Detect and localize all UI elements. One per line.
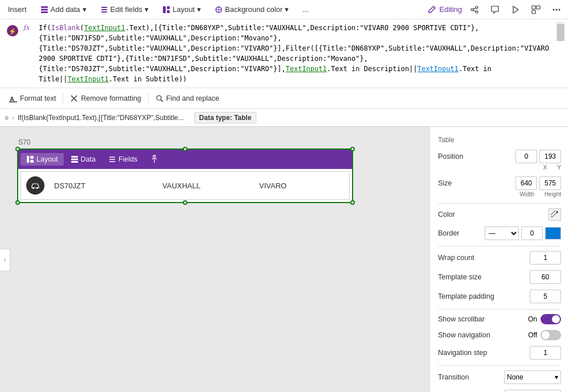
editing-label: Editing (439, 5, 462, 14)
border-value: — - - ··· (485, 226, 561, 240)
top-toolbar: Insert Add data ▾ Edit fields ▾ Layout ▾… (0, 0, 569, 19)
gallery-container[interactable]: Layout Data Fields (17, 148, 353, 203)
gallery-row-title: DS70JZT (50, 181, 158, 190)
find-replace-label: Find and replace (166, 94, 219, 102)
screens-icon-btn[interactable] (528, 3, 544, 16)
add-data-menu[interactable]: Add data ▾ (37, 3, 90, 16)
position-x-input[interactable] (515, 150, 537, 163)
scrollbar-toggle[interactable] (541, 314, 561, 324)
size-height-input[interactable] (539, 176, 561, 190)
tab-data[interactable]: Data (65, 153, 101, 166)
data-type-value: Table (234, 114, 251, 122)
size-row: Size (438, 176, 561, 190)
formula-scrollbar[interactable] (556, 22, 564, 41)
tab-fields[interactable]: Fields (103, 153, 143, 166)
more-label: ... (302, 5, 309, 14)
layout-menu[interactable]: Layout ▾ (159, 3, 204, 16)
gallery-row[interactable]: DS70JZT VAUXHALL VIVARO (21, 171, 350, 200)
bg-color-label: Background color (225, 5, 283, 14)
format-text-btn[interactable]: A Format text (5, 92, 60, 105)
formula-scrollbar-thumb (557, 24, 564, 41)
formula-text: If(IsBlank(TextInput1.Text),[{Title:"DN6… (39, 24, 549, 83)
bg-color-chevron: ▾ (285, 5, 289, 14)
tab-accessibility[interactable] (144, 152, 165, 166)
handle-bottom-left[interactable] (15, 200, 20, 205)
formula-bar: ⚡ 𝑓𝑥 If(IsBlank(TextInput1.Text),[{Title… (0, 19, 569, 88)
formula-content[interactable]: If(IsBlank(TextInput1.Text),[{Title:"DN6… (36, 22, 556, 85)
more-menu[interactable]: ... (299, 3, 312, 16)
editing-badge: Editing (427, 5, 462, 14)
wrap-count-label: Wrap count (438, 254, 474, 262)
remove-formatting-btn[interactable]: Remove formatting (66, 92, 146, 105)
show-navigation-row: Show navigation Off (438, 330, 561, 340)
gallery-row-desc: VIVARO (255, 181, 349, 190)
color-picker-btn[interactable] (548, 208, 561, 221)
handle-top-center[interactable] (183, 147, 187, 151)
svg-rect-0 (41, 6, 48, 8)
bg-color-menu[interactable]: Background color ▾ (211, 3, 292, 16)
handle-bottom-center[interactable] (183, 200, 187, 205)
svg-line-26 (161, 100, 163, 102)
y-label: Y (557, 164, 561, 171)
show-scrollbar-label: Show scrollbar (438, 315, 485, 323)
svg-point-18 (559, 9, 560, 10)
svg-rect-3 (163, 6, 166, 13)
add-data-label: Add data (51, 5, 80, 14)
wrap-count-row: Wrap count (438, 251, 561, 265)
svg-rect-32 (71, 161, 78, 163)
comment-icon-btn[interactable] (487, 3, 503, 16)
powerapps-logo: ⚡ (5, 23, 21, 39)
logo-icon: ⚡ (6, 24, 19, 37)
size-width-input[interactable] (515, 176, 537, 190)
border-color-swatch[interactable] (545, 227, 561, 240)
fields-tab-icon (108, 155, 116, 163)
tab-layout-label: Layout (36, 155, 58, 163)
display-mode-dropdown[interactable]: Edit ▾ (504, 390, 561, 392)
sep2 (148, 93, 149, 104)
edit-fields-icon (100, 6, 108, 14)
border-width-input[interactable] (521, 226, 543, 240)
gallery-content: DS70JZT VAUXHALL VIVARO (18, 169, 352, 202)
template-padding-input[interactable] (530, 290, 561, 303)
edit-fields-chevron: ▾ (145, 5, 149, 14)
svg-point-25 (157, 96, 161, 100)
play-icon-btn[interactable] (507, 3, 523, 16)
handle-bottom-right[interactable] (350, 200, 355, 205)
handle-top-left[interactable] (15, 147, 20, 151)
border-style-select[interactable]: — - - ··· (485, 226, 519, 240)
tab-layout[interactable]: Layout (21, 153, 64, 166)
transition-label: Transition (438, 373, 469, 381)
template-size-input[interactable] (530, 270, 561, 284)
show-navigation-label: Show navigation (438, 331, 490, 339)
insert-menu[interactable]: Insert (5, 3, 30, 16)
more-options-btn[interactable] (548, 3, 564, 16)
border-row: Border — - - ··· (438, 226, 561, 240)
position-y-input[interactable] (539, 150, 561, 163)
canvas-area[interactable]: › S70 Layout (0, 127, 429, 392)
svg-point-36 (153, 155, 155, 158)
handle-top-right[interactable] (350, 147, 355, 151)
svg-rect-15 (532, 10, 535, 14)
edit-fields-menu[interactable]: Edit fields ▾ (97, 3, 152, 16)
svg-marker-12 (513, 6, 518, 13)
share-icon (470, 5, 479, 14)
expand-icon[interactable]: ≡ (5, 114, 9, 122)
navigation-toggle[interactable] (541, 330, 561, 340)
share-icon-btn[interactable] (466, 3, 482, 16)
format-toolbar: A Format text Remove formatting Find and… (0, 88, 569, 109)
divider3 (438, 309, 561, 310)
transition-dropdown[interactable]: None ▾ (504, 370, 561, 384)
template-padding-row: Template padding (438, 290, 561, 303)
template-size-label: Template size (438, 273, 481, 281)
find-replace-btn[interactable]: Find and replace (151, 92, 224, 105)
wrap-count-input[interactable] (530, 251, 561, 265)
layout-label: Layout (173, 5, 195, 14)
navigation-step-label: Navigation step (438, 349, 487, 357)
bc-formula-text: If(IsBlank(TextInput1.Text),[{Title:"DN6… (18, 114, 184, 122)
navigation-step-input[interactable] (530, 346, 561, 360)
svg-text:⚡: ⚡ (9, 27, 17, 35)
left-panel-toggle[interactable]: › (0, 249, 10, 271)
svg-rect-31 (71, 159, 78, 160)
pencil-icon (427, 5, 436, 14)
remove-formatting-icon (70, 94, 78, 102)
